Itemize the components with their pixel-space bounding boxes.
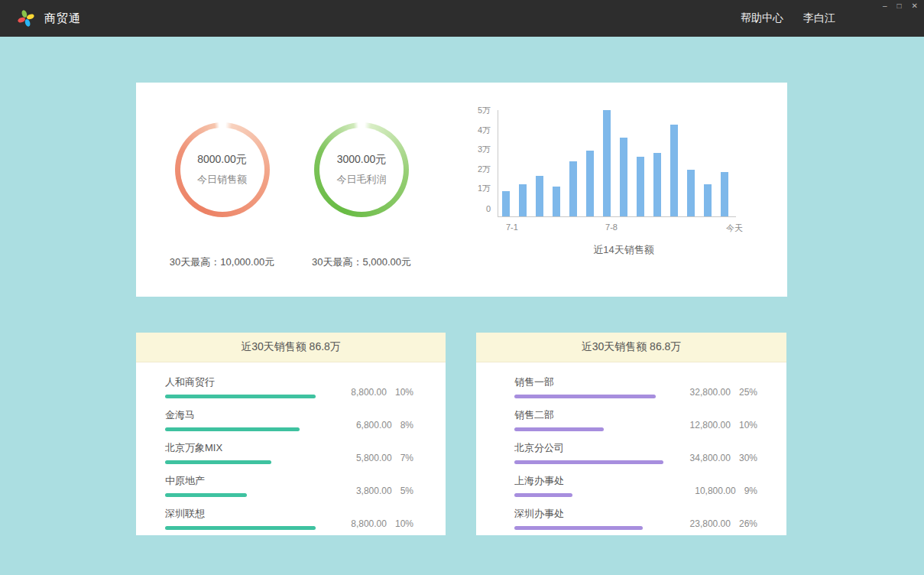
ranking-percent: 10% — [395, 518, 413, 529]
sales-bar — [603, 110, 611, 216]
x-axis-tick: 7-1 — [506, 223, 518, 232]
ranking-figures: 12,800.0010% — [690, 420, 757, 431]
ranking-amount: 6,800.00 — [356, 420, 392, 430]
ranking-amount: 10,800.00 — [695, 486, 735, 496]
titlebar-right: 帮助中心 李白江 — [741, 11, 907, 25]
today-profit-metric: 3000.00元 今日毛利润 30天最高：5,000.00元 — [293, 83, 430, 297]
overview-card: 8000.00元 今日销售额 30天最高：10,000.00元 3000.00元… — [136, 83, 787, 297]
sales-bar — [687, 170, 695, 216]
sales-bar — [586, 151, 594, 216]
ranking-percent: 10% — [395, 387, 413, 398]
ranking-figures: 3,800.005% — [356, 486, 413, 497]
ranking-figures: 5,800.007% — [356, 453, 413, 464]
ranking-percent: 26% — [739, 518, 757, 529]
today-sales-donut-center: 8000.00元 今日销售额 — [180, 128, 264, 212]
ranking-amount: 8,800.00 — [351, 387, 387, 398]
ranking-bar — [165, 460, 271, 464]
ranking-figures: 23,800.0026% — [690, 518, 757, 530]
ranking-row: 上海办事处 10,800.009% — [514, 474, 757, 497]
chart-x-axis: 7-1 7-8 今天 — [504, 217, 743, 231]
ranking-row: 中原地产 3,800.005% — [165, 474, 413, 497]
ranking-figures: 6,800.008% — [356, 420, 413, 431]
ranking-bar — [165, 526, 316, 530]
ranking-row: 北京万象MIX 5,800.007% — [165, 441, 413, 464]
ranking-bar-track — [514, 493, 671, 497]
today-sales-donut-ring: 8000.00元 今日销售额 — [175, 122, 270, 217]
ranking-item-name: 销售一部 — [514, 375, 671, 389]
help-center-link[interactable]: 帮助中心 — [741, 11, 783, 25]
ranking-row: 销售一部 32,800.0025% — [514, 375, 757, 398]
ranking-percent: 30% — [739, 453, 757, 463]
chart-y-axis: 5万 4万 3万 2万 1万 0 — [475, 110, 498, 217]
ranking-percent: 7% — [400, 453, 413, 463]
ranking-row: 深圳办事处 23,800.0026% — [514, 507, 757, 530]
maximize-icon[interactable]: □ — [897, 2, 902, 10]
ranking-bar-track — [165, 395, 322, 398]
titlebar: 商贸通 帮助中心 李白江 – □ ✕ — [0, 0, 924, 37]
ranking-bar — [514, 395, 656, 398]
today-sales-30day-high: 30天最高：10,000.00元 — [151, 255, 293, 269]
sales-bar — [637, 157, 644, 216]
customer-ranking-title: 近30天销售额 86.8万 — [136, 333, 446, 362]
today-sales-value: 8000.00元 — [197, 153, 247, 167]
ranking-bar-track — [514, 460, 671, 464]
y-axis-tick: 5万 — [478, 105, 491, 116]
ranking-item-name: 销售二部 — [514, 408, 671, 422]
app-title: 商贸通 — [44, 11, 81, 26]
today-profit-30day-high: 30天最高：5,000.00元 — [293, 255, 430, 269]
ranking-item-name: 深圳联想 — [165, 507, 322, 521]
ranking-item-name: 中原地产 — [165, 474, 322, 488]
ranking-amount: 23,800.00 — [690, 518, 731, 529]
ranking-figures: 8,800.0010% — [351, 387, 413, 398]
sales-bar — [670, 125, 678, 216]
ranking-figures: 8,800.0010% — [351, 518, 413, 530]
today-profit-value: 3000.00元 — [337, 153, 387, 167]
ranking-percent: 25% — [739, 387, 757, 398]
department-ranking-title: 近30天销售额 86.8万 — [476, 333, 786, 362]
ranking-amount: 34,800.00 — [690, 453, 731, 463]
user-name-menu[interactable]: 李白江 — [803, 11, 835, 25]
ranking-row: 金海马 6,800.008% — [165, 408, 413, 431]
ranking-item-name: 北京分公司 — [514, 441, 671, 455]
sales-bar — [704, 184, 712, 216]
ranking-bar — [514, 526, 643, 530]
ranking-bar — [165, 427, 300, 431]
minimize-icon[interactable]: – — [883, 2, 887, 10]
ranking-bar-track — [514, 427, 671, 431]
y-axis-tick: 0 — [486, 204, 491, 213]
ranking-row: 北京分公司 34,800.0030% — [514, 441, 757, 464]
today-profit-label: 今日毛利润 — [337, 173, 387, 187]
ranking-bar-track — [165, 427, 322, 431]
x-axis-tick: 今天 — [726, 223, 743, 234]
sales-bar — [569, 161, 577, 216]
ranking-bar — [514, 493, 572, 497]
sales-bar — [536, 176, 543, 216]
ranking-row: 销售二部 12,800.0010% — [514, 408, 757, 431]
ranking-bar — [165, 395, 316, 398]
ranking-bar-track — [514, 526, 671, 530]
sales-bar — [620, 138, 627, 216]
ranking-bar — [514, 427, 604, 431]
ranking-figures: 34,800.0030% — [690, 453, 757, 464]
app-logo-pinwheel-icon — [17, 9, 35, 28]
sales-bar — [653, 153, 661, 216]
ranking-amount: 12,800.00 — [690, 420, 731, 430]
ranking-figures: 32,800.0025% — [690, 387, 757, 398]
sales-14day-chart: 5万 4万 3万 2万 1万 0 7-1 7-8 今天 近14天销售额 — [430, 83, 772, 297]
y-axis-tick: 1万 — [478, 184, 491, 195]
chart-title: 近14天销售额 — [504, 243, 743, 257]
today-profit-donut-ring: 3000.00元 今日毛利润 — [314, 122, 409, 217]
ranking-amount: 8,800.00 — [351, 518, 387, 529]
ranking-percent: 9% — [744, 486, 757, 496]
ranking-percent: 8% — [400, 420, 413, 430]
customer-ranking-card: 近30天销售额 86.8万 人和商贸行 8,800.0010% 金海马 6,80… — [136, 333, 446, 535]
ranking-bar — [165, 493, 247, 497]
y-axis-tick: 3万 — [478, 144, 491, 155]
customer-ranking-list: 人和商贸行 8,800.0010% 金海马 6,800.008% — [136, 362, 446, 530]
ranking-percent: 5% — [400, 486, 413, 496]
ranking-bar-track — [165, 460, 322, 464]
close-icon[interactable]: ✕ — [912, 2, 918, 10]
sales-bar — [721, 172, 728, 216]
ranking-amount: 3,800.00 — [356, 486, 392, 496]
today-profit-donut-center: 3000.00元 今日毛利润 — [319, 128, 404, 212]
